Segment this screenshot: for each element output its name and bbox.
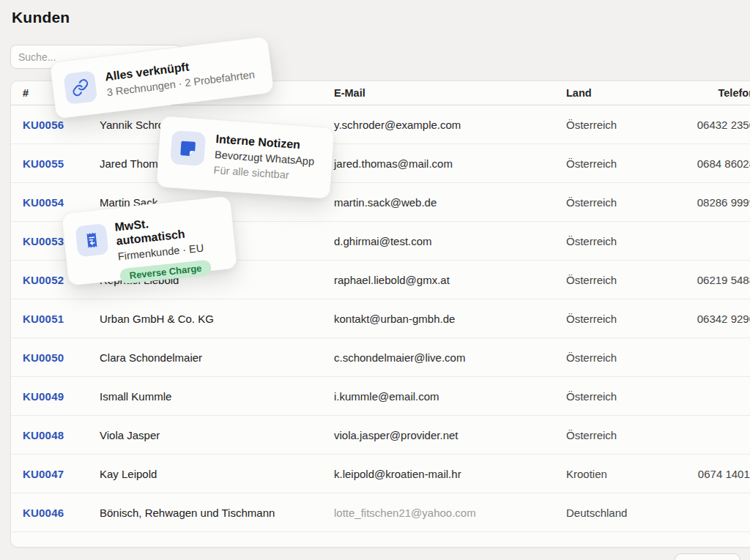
table-body: KU0056Yannik Schrodery.schroder@example.…	[11, 105, 750, 548]
customer-id-link[interactable]: KU0051	[23, 313, 100, 325]
customer-name: Clara Schondelmaier	[100, 351, 334, 364]
customer-id-link[interactable]: KU0048	[23, 429, 100, 441]
customer-name: Viola Jasper	[100, 429, 334, 441]
customer-land: Österreich	[566, 235, 683, 247]
customer-land: Österreich	[566, 351, 683, 364]
table-row[interactable]: KU0048Viola Jasperviola.jasper@provider.…	[11, 416, 750, 455]
customer-id-link[interactable]: KU0054	[23, 196, 100, 209]
customer-email: jared.thomas@mail.com	[334, 157, 566, 170]
customer-email: lotte_fitschen21@yahoo.com	[334, 507, 566, 519]
header-email: E-Mail	[334, 87, 566, 99]
link-icon	[63, 70, 97, 105]
customer-id-link[interactable]: KU0055	[23, 157, 100, 170]
customer-email: i.kummle@email.com	[334, 390, 566, 403]
note-icon	[170, 130, 206, 166]
customer-name: Ismall Kummle	[100, 390, 334, 403]
customer-phone: 08286 9999	[683, 196, 750, 209]
customer-phone: 0674 14011	[683, 468, 750, 480]
customers-table: # E-Mail Land Telefon KU0056Yannik Schro…	[10, 81, 750, 548]
table-row[interactable]: KU0046Bönisch, Rehwagen und Tischmannlot…	[11, 493, 750, 532]
customer-email: raphael.liebold@gmx.at	[334, 274, 566, 286]
table-row[interactable]: KU0050Clara Schondelmaierc.schondelmaier…	[11, 338, 750, 377]
customer-land: Österreich	[566, 390, 683, 403]
customer-phone: 06219 5488	[683, 274, 750, 286]
customer-phone: 0684 86028	[683, 157, 750, 170]
tooltip-notes: Interne Notizen Bevorzugt WhatsApp Für a…	[156, 116, 335, 199]
customer-id-link[interactable]: KU0046	[23, 507, 100, 519]
customer-email: y.schroder@example.com	[334, 119, 566, 131]
customer-land: Österreich	[566, 313, 683, 325]
page-title: Kunden	[12, 9, 70, 26]
customer-email: k.leipold@kroatien-mail.hr	[334, 468, 566, 480]
customer-id-link[interactable]: KU0050	[23, 351, 100, 364]
table-row[interactable]: KU0047Kay Leipoldk.leipold@kroatien-mail…	[11, 455, 750, 493]
customer-land: Österreich	[566, 196, 683, 209]
customer-email: kontakt@urban-gmbh.de	[334, 313, 566, 325]
customer-name: Urban GmbH & Co. KG	[100, 313, 334, 325]
customer-email: viola.jasper@provider.net	[334, 429, 566, 441]
customer-name: Bönisch, Rehwagen und Tischmann	[100, 507, 334, 519]
table-row[interactable]: KU0055Jared Thomasjared.thomas@mail.comÖ…	[11, 144, 750, 183]
customer-phone: 0660 90060	[683, 545, 750, 548]
header-land: Land	[566, 87, 683, 99]
customer-land: Krootien	[566, 468, 683, 480]
customer-email: d.ghirmai@test.com	[334, 235, 566, 247]
customer-phone: 06342 9290	[683, 313, 750, 325]
customer-id-link[interactable]: KU0049	[23, 390, 100, 403]
customer-id-link[interactable]: KU0045	[23, 545, 100, 548]
receipt-icon	[75, 223, 108, 257]
customer-land: Slowakei	[566, 545, 683, 548]
customer-land: Österreich	[566, 429, 683, 441]
pagination-button-partial[interactable]	[675, 553, 740, 560]
customer-land: Österreich	[566, 274, 683, 286]
customer-land: Deutschland	[566, 507, 683, 519]
customer-email: jenny.dietsch@slowakei.sk	[334, 545, 566, 548]
customer-id-link[interactable]: KU0047	[23, 468, 100, 480]
customer-name: Kay Leipold	[100, 468, 334, 480]
table-row[interactable]: KU0051Urban GmbH & Co. KGkontakt@urban-g…	[11, 299, 750, 338]
customer-name: Jenna Pietsch	[100, 545, 334, 548]
table-row[interactable]: KU0045Jenna Pietschjenny.dietsch@slowake…	[11, 532, 750, 548]
customer-id-link[interactable]: KU0056	[23, 119, 100, 131]
table-row[interactable]: KU0049Ismall Kummlei.kummle@email.comÖst…	[11, 377, 750, 416]
customer-phone: 06432 2350	[683, 119, 750, 131]
customer-email: martin.sack@web.de	[334, 196, 566, 209]
header-phone: Telefon	[683, 87, 750, 99]
customer-land: Österreich	[566, 157, 683, 170]
customer-email: c.schondelmaier@live.com	[334, 351, 566, 364]
customer-land: Österreich	[566, 119, 683, 131]
